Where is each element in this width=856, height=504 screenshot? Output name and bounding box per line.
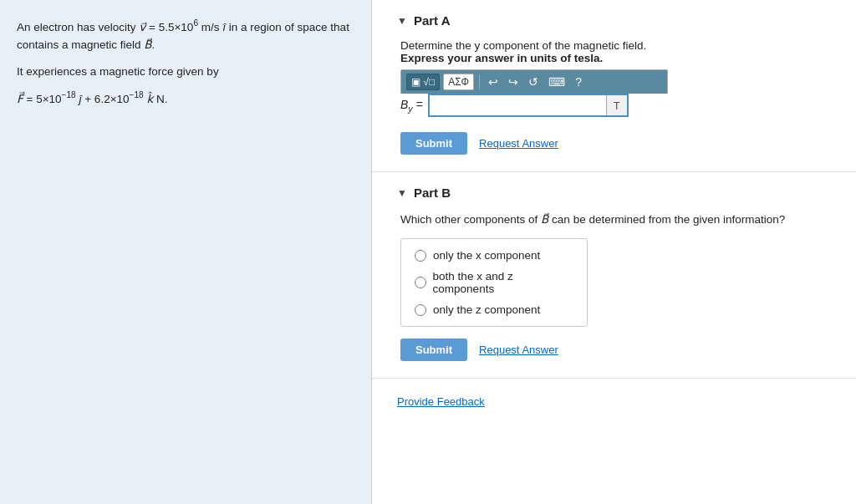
part-b-option-3-label: only the z component <box>433 303 540 316</box>
part-a-title: Part A <box>414 13 451 28</box>
part-b-options-box: only the x component both the x and z co… <box>400 238 588 327</box>
undo-icon[interactable]: ↩ <box>485 74 502 90</box>
part-b-option-3[interactable]: only the z component <box>415 303 573 316</box>
part-a-section: ▼ Part A Determine the y component of th… <box>372 0 856 172</box>
part-b-option-2[interactable]: both the x and z components <box>415 270 573 295</box>
provide-feedback-link[interactable]: Provide Feedback <box>372 379 510 425</box>
part-a-header[interactable]: ▼ Part A <box>397 13 831 28</box>
part-a-answer-input[interactable] <box>430 95 606 115</box>
part-a-content: Determine the y component of the magneti… <box>397 39 831 155</box>
math-toolbar: ▣ √□ ΑΣΦ ↩ ↪ ↺ ⌨ ? <box>400 69 668 94</box>
help-icon[interactable]: ? <box>572 74 585 90</box>
part-a-arrow: ▼ <box>397 15 407 27</box>
left-panel: An electron has velocity v⃗ = 5.5×106 m/… <box>0 0 372 504</box>
part-a-input-wrapper: T <box>428 94 629 117</box>
part-b-section: ▼ Part B Which other components of B⃗ ca… <box>372 172 856 379</box>
part-b-option-1-label: only the x component <box>433 249 540 262</box>
problem-line-3: F⃗ = 5×10−18 ĵ + 6.2×10−18 k̂ N. <box>17 89 354 108</box>
reset-icon[interactable]: ↺ <box>525 74 542 90</box>
math-input-container: ▣ √□ ΑΣΦ ↩ ↪ ↺ ⌨ ? By = T <box>400 69 668 127</box>
part-a-input-row: By = T <box>400 94 668 117</box>
formula-button[interactable]: ▣ √□ <box>406 74 440 90</box>
part-b-radio-3[interactable] <box>415 304 426 316</box>
symbol-button[interactable]: ΑΣΦ <box>443 74 474 90</box>
part-b-header[interactable]: ▼ Part B <box>397 186 831 200</box>
part-a-action-row: Submit Request Answer <box>400 132 831 155</box>
part-a-request-answer[interactable]: Request Answer <box>479 137 558 150</box>
part-b-request-answer[interactable]: Request Answer <box>479 344 558 356</box>
part-b-question: Which other components of B⃗ can be dete… <box>400 211 831 228</box>
part-b-radio-2[interactable] <box>415 277 426 288</box>
right-panel: ▼ Part A Determine the y component of th… <box>372 0 856 504</box>
part-b-content: Which other components of B⃗ can be dete… <box>397 211 831 361</box>
problem-statement: An electron has velocity v⃗ = 5.5×106 m/… <box>17 17 354 108</box>
part-a-unit: T <box>606 95 627 115</box>
part-b-submit-button[interactable]: Submit <box>400 339 467 361</box>
feedback-section: Provide Feedback <box>372 379 856 425</box>
part-a-submit-button[interactable]: Submit <box>400 132 467 155</box>
redo-icon[interactable]: ↪ <box>505 74 522 90</box>
part-b-action-row: Submit Request Answer <box>400 339 831 361</box>
part-b-option-2-label: both the x and z components <box>433 270 573 295</box>
problem-line-1: An electron has velocity v⃗ = 5.5×106 m/… <box>17 17 354 54</box>
part-b-option-1[interactable]: only the x component <box>415 249 573 262</box>
part-b-title: Part B <box>414 186 451 200</box>
part-a-math-label: By = <box>400 98 423 114</box>
keyboard-icon[interactable]: ⌨ <box>545 74 568 90</box>
part-b-arrow: ▼ <box>397 187 407 199</box>
toolbar-separator-1 <box>479 74 480 89</box>
part-a-instruction: Determine the y component of the magneti… <box>400 39 831 64</box>
problem-line-2: It experiences a magnetic force given by <box>17 63 354 81</box>
part-b-radio-1[interactable] <box>415 250 426 262</box>
